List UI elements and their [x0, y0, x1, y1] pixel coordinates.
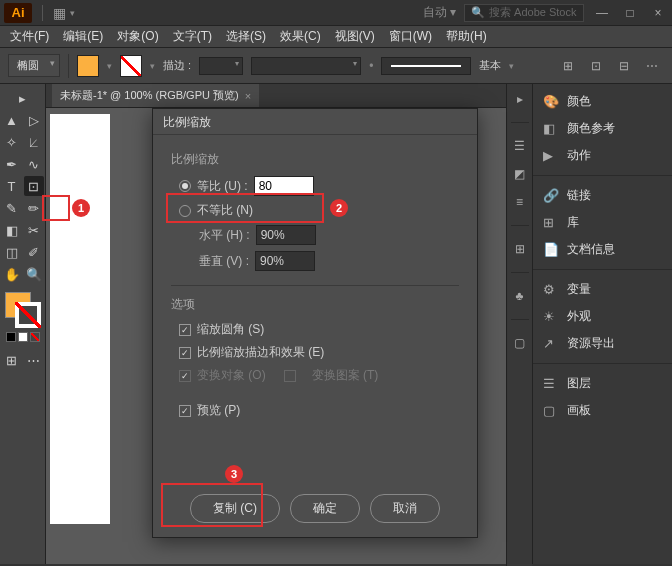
align-icon[interactable]: ⊞	[558, 56, 578, 76]
lasso-tool[interactable]: ⟀	[24, 132, 44, 152]
menu-object[interactable]: 对象(O)	[111, 25, 164, 48]
panel-links[interactable]: 🔗链接	[533, 182, 672, 209]
artboard-icon: ▢	[543, 403, 559, 418]
export-icon: ↗	[543, 336, 559, 351]
callout-3: 3	[225, 465, 243, 483]
copy-button[interactable]: 复制 (C)	[190, 494, 280, 523]
panel-artboards[interactable]: ▢画板	[533, 397, 672, 424]
tab-close-icon[interactable]: ×	[245, 90, 251, 102]
panel-asset-export[interactable]: ↗资源导出	[533, 330, 672, 357]
scale-strokes-label: 比例缩放描边和效果 (E)	[197, 344, 324, 361]
strip-swatch-icon[interactable]: ◩	[511, 165, 529, 183]
panel-libraries[interactable]: ⊞库	[533, 209, 672, 236]
menu-type[interactable]: 文字(T)	[167, 25, 218, 48]
horizontal-input[interactable]	[256, 225, 316, 245]
nonuniform-label: 不等比 (N)	[197, 202, 253, 219]
option-more-icon[interactable]: ⋯	[642, 56, 662, 76]
brush-preview[interactable]	[381, 57, 471, 75]
scissors-tool[interactable]: ✂	[24, 220, 44, 240]
vertical-label: 垂直 (V) :	[199, 253, 249, 270]
stroke-weight[interactable]	[199, 57, 243, 75]
style-label: 基本	[479, 58, 501, 73]
panel-layers[interactable]: ☰图层	[533, 370, 672, 397]
palette-icon: 🎨	[543, 94, 559, 109]
panel-appearance[interactable]: ☀外观	[533, 303, 672, 330]
vertical-input[interactable]	[255, 251, 315, 271]
transform-objects-label: 变换对象 (O)	[197, 367, 266, 384]
bridge-menu-icon[interactable]: ▾	[70, 8, 75, 18]
edit-toolbar-icon[interactable]: ⋯	[24, 350, 44, 370]
eyedropper-tool[interactable]: ✐	[24, 242, 44, 262]
menu-window[interactable]: 窗口(W)	[383, 25, 438, 48]
free-transform-tool[interactable]: ⊡	[24, 176, 44, 196]
menu-view[interactable]: 视图(V)	[329, 25, 381, 48]
shape-selector[interactable]: 椭圆	[8, 54, 60, 77]
hand-tool[interactable]: ✋	[2, 264, 22, 284]
eraser-tool[interactable]: ◧	[2, 220, 22, 240]
selection-tool[interactable]: ▲	[2, 110, 22, 130]
bridge-icon[interactable]: ▦	[53, 5, 66, 21]
document-tab[interactable]: 未标题-1* @ 100% (RGB/GPU 预览) ×	[52, 84, 259, 107]
gradient-mode-icon[interactable]	[18, 332, 28, 342]
pencil-tool[interactable]: ✏	[24, 198, 44, 218]
scale-strokes-checkbox[interactable]: ✓	[179, 347, 191, 359]
fill-stroke-control[interactable]	[5, 292, 41, 328]
ok-button[interactable]: 确定	[290, 494, 360, 523]
appearance-icon: ☀	[543, 309, 559, 324]
strip-properties-icon[interactable]: ☰	[511, 137, 529, 155]
menu-help[interactable]: 帮助(H)	[440, 25, 493, 48]
screen-mode-tool[interactable]: ⊞	[2, 350, 22, 370]
stroke-profile[interactable]	[251, 57, 361, 75]
direct-selection-tool[interactable]: ▷	[24, 110, 44, 130]
scale-dialog: 比例缩放 比例缩放 等比 (U) : 不等比 (N) 水平 (H) : 垂直 (…	[152, 108, 478, 538]
preview-checkbox[interactable]: ✓	[179, 405, 191, 417]
none-mode-icon[interactable]	[30, 332, 40, 342]
callout-1: 1	[72, 199, 90, 217]
transform-objects-checkbox: ✓	[179, 370, 191, 382]
minimize-button[interactable]: —	[592, 6, 612, 20]
preview-label: 预览 (P)	[197, 402, 240, 419]
scale-corners-checkbox[interactable]: ✓	[179, 324, 191, 336]
transform-icon[interactable]: ⊡	[586, 56, 606, 76]
uniform-radio[interactable]	[179, 180, 191, 192]
menu-select[interactable]: 选择(S)	[220, 25, 272, 48]
search-placeholder: 搜索 Adobe Stock	[489, 5, 576, 20]
info-icon: 📄	[543, 242, 559, 257]
panel-color[interactable]: 🎨颜色	[533, 88, 672, 115]
fill-swatch[interactable]	[77, 55, 99, 77]
close-button[interactable]: ×	[648, 6, 668, 20]
gear-icon: ⚙	[543, 282, 559, 297]
menu-effect[interactable]: 效果(C)	[274, 25, 327, 48]
strip-symbols-icon[interactable]: ♣	[511, 287, 529, 305]
menu-edit[interactable]: 编辑(E)	[57, 25, 109, 48]
strip-libraries-icon[interactable]: ⊞	[511, 240, 529, 258]
cancel-button[interactable]: 取消	[370, 494, 440, 523]
isolate-icon[interactable]: ⊟	[614, 56, 634, 76]
workspace-switcher[interactable]: 自动 ▾	[423, 4, 456, 21]
strip-expand-icon[interactable]: ▸	[511, 90, 529, 108]
dialog-title: 比例缩放	[153, 109, 477, 135]
stock-search[interactable]: 🔍 搜索 Adobe Stock	[464, 4, 584, 22]
zoom-tool[interactable]: 🔍	[24, 264, 44, 284]
strip-graphic-icon[interactable]: ▢	[511, 334, 529, 352]
stroke-swatch[interactable]	[120, 55, 142, 77]
pen-tool[interactable]: ✒	[2, 154, 22, 174]
panel-color-guide[interactable]: ◧颜色参考	[533, 115, 672, 142]
panel-actions[interactable]: ▶动作	[533, 142, 672, 169]
gradient-tool[interactable]: ◫	[2, 242, 22, 262]
magic-wand-tool[interactable]: ✧	[2, 132, 22, 152]
type-tool[interactable]: T	[2, 176, 22, 196]
uniform-input[interactable]	[254, 176, 314, 196]
paintbrush-tool[interactable]: ✎	[2, 198, 22, 218]
panel-dock: 🎨颜色 ◧颜色参考 ▶动作 🔗链接 ⊞库 📄文档信息 ⚙变量 ☀外观 ↗资源导出…	[532, 84, 672, 564]
tab-toggle-icon[interactable]: ▸	[13, 88, 33, 108]
maximize-button[interactable]: □	[620, 6, 640, 20]
panel-variables[interactable]: ⚙变量	[533, 276, 672, 303]
color-mode-icon[interactable]	[6, 332, 16, 342]
nonuniform-radio[interactable]	[179, 205, 191, 217]
panel-doc-info[interactable]: 📄文档信息	[533, 236, 672, 263]
menu-file[interactable]: 文件(F)	[4, 25, 55, 48]
strip-brush-icon[interactable]: ≡	[511, 193, 529, 211]
curvature-tool[interactable]: ∿	[24, 154, 44, 174]
uniform-label: 等比 (U) :	[197, 178, 248, 195]
